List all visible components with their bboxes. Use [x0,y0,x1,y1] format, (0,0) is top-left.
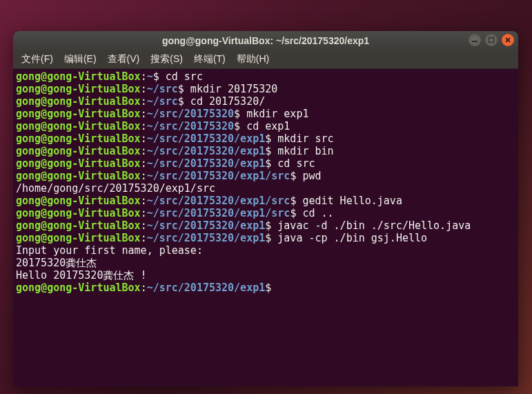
prompt-colon: : [141,145,147,157]
prompt-userhost: gong@gong-VirtualBox [16,232,141,244]
prompt-userhost: gong@gong-VirtualBox [16,132,141,145]
prompt-line: gong@gong-VirtualBox:~/src/20175320/exp1… [16,195,515,207]
prompt-command: $ pwd [290,170,321,182]
prompt-line: gong@gong-VirtualBox:~/src$ cd 20175320/ [16,95,515,108]
prompt-line: gong@gong-VirtualBox:~/src/20175320/exp1… [16,132,515,145]
output-line: 20175320龚仕杰 [16,257,515,269]
prompt-command: $ mkdir src [265,132,333,145]
prompt-line: gong@gong-VirtualBox:~/src/20175320/exp1… [16,219,515,232]
prompt-line: gong@gong-VirtualBox:~/src/20175320$ cd … [16,120,515,132]
prompt-userhost: gong@gong-VirtualBox [16,145,141,157]
prompt-command: $ cd src [153,70,203,83]
prompt-path: ~/src/20175320/exp1 [147,157,266,170]
prompt-command: $ mkdir exp1 [234,108,308,120]
prompt-line: gong@gong-VirtualBox:~/src/20175320$ mkd… [16,108,515,120]
prompt-path: ~/src [147,83,178,95]
prompt-path: ~/src/20175320/exp1 [147,232,266,244]
window-controls [469,34,514,46]
prompt-colon: : [141,70,147,83]
prompt-line: gong@gong-VirtualBox:~/src/20175320/exp1… [16,232,515,244]
prompt-path: ~/src/20175320/exp1 [147,132,266,145]
menu-edit[interactable]: 编辑(E) [59,52,102,67]
prompt-userhost: gong@gong-VirtualBox [16,70,141,83]
svg-rect-1 [489,38,494,43]
prompt-colon: : [141,95,147,108]
menu-help[interactable]: 帮助(H) [231,52,275,67]
prompt-colon: : [141,157,147,170]
prompt-line: gong@gong-VirtualBox:~/src$ mkdir 201753… [16,83,515,95]
output-line: Input your first name, please: [16,244,515,257]
window-title: gong@gong-VirtualBox: ~/src/20175320/exp… [162,35,369,46]
prompt-userhost: gong@gong-VirtualBox [16,282,141,294]
prompt-path: ~/src/20175320/exp1/src [147,207,290,219]
prompt-path: ~/src/20175320/exp1 [147,282,266,294]
menu-view[interactable]: 查看(V) [102,52,146,67]
output-line: Hello 20175320龚仕杰 ! [16,269,515,282]
svg-rect-0 [472,41,477,42]
prompt-path: ~/src/20175320 [147,108,234,120]
maximize-button[interactable] [485,34,497,46]
prompt-path: ~/src/20175320/exp1/src [147,195,290,207]
prompt-colon: : [141,83,147,95]
prompt-command: $ cd .. [290,207,333,219]
prompt-userhost: gong@gong-VirtualBox [16,170,141,182]
prompt-colon: : [141,170,147,182]
prompt-path: ~ [147,70,153,83]
prompt-userhost: gong@gong-VirtualBox [16,207,141,219]
terminal-window: gong@gong-VirtualBox: ~/src/20175320/exp… [13,31,518,386]
close-button[interactable] [502,34,514,46]
titlebar: gong@gong-VirtualBox: ~/src/20175320/exp… [13,31,518,50]
prompt-colon: : [141,195,147,207]
prompt-path: ~/src/20175320/exp1 [147,145,266,157]
prompt-line: gong@gong-VirtualBox:~/src/20175320/exp1… [16,282,515,294]
prompt-colon: : [141,132,147,145]
prompt-path: ~/src/20175320/exp1/src [147,170,290,182]
menu-search[interactable]: 搜索(S) [145,52,188,67]
prompt-command: $ mkdir 20175320 [178,83,278,95]
prompt-command: $ cd src [265,157,315,170]
prompt-userhost: gong@gong-VirtualBox [16,83,141,95]
menu-term[interactable]: 终端(T) [188,52,231,67]
prompt-userhost: gong@gong-VirtualBox [16,108,141,120]
prompt-path: ~/src/20175320/exp1 [147,219,266,232]
prompt-colon: : [141,120,147,132]
menubar: 文件(F) 编辑(E) 查看(V) 搜索(S) 终端(T) 帮助(H) [13,50,518,69]
prompt-colon: : [141,219,147,232]
prompt-userhost: gong@gong-VirtualBox [16,195,141,207]
prompt-line: gong@gong-VirtualBox:~$ cd src [16,70,515,83]
prompt-command: $ cd 20175320/ [178,95,265,108]
prompt-path: ~/src [147,95,178,108]
prompt-line: gong@gong-VirtualBox:~/src/20175320/exp1… [16,170,515,182]
prompt-command: $ gedit Hello.java [290,195,402,207]
prompt-userhost: gong@gong-VirtualBox [16,219,141,232]
prompt-command: $ [265,282,277,294]
prompt-path: ~/src/20175320 [147,120,234,132]
prompt-command: $ java -cp ./bin gsj.Hello [265,232,427,244]
minimize-button[interactable] [469,34,481,46]
prompt-command: $ cd exp1 [234,120,290,132]
prompt-colon: : [141,108,147,120]
prompt-colon: : [141,207,147,219]
prompt-line: gong@gong-VirtualBox:~/src/20175320/exp1… [16,145,515,157]
prompt-colon: : [141,232,147,244]
prompt-userhost: gong@gong-VirtualBox [16,120,141,132]
menu-file[interactable]: 文件(F) [16,52,59,67]
prompt-line: gong@gong-VirtualBox:~/src/20175320/exp1… [16,157,515,170]
prompt-command: $ mkdir bin [265,145,333,157]
prompt-line: gong@gong-VirtualBox:~/src/20175320/exp1… [16,207,515,219]
prompt-command: $ javac -d ./bin ./src/Hello.java [265,219,471,232]
prompt-colon: : [141,282,147,294]
terminal-content[interactable]: gong@gong-VirtualBox:~$ cd srcgong@gong-… [13,69,518,386]
prompt-userhost: gong@gong-VirtualBox [16,157,141,170]
output-line: /home/gong/src/20175320/exp1/src [16,182,515,195]
prompt-userhost: gong@gong-VirtualBox [16,95,141,108]
